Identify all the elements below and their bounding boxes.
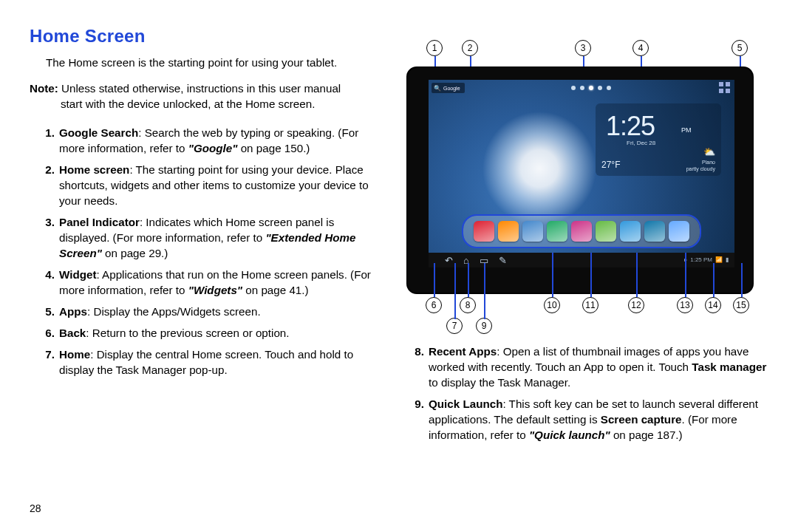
callout-lead	[741, 263, 743, 297]
dock-app-icon	[596, 221, 616, 242]
app-dock	[463, 216, 700, 247]
callout-lead	[434, 263, 435, 297]
callout-lead	[454, 263, 456, 319]
callout-14: 14	[705, 297, 721, 313]
page-number: 28	[30, 502, 41, 514]
callout-lead	[552, 253, 553, 297]
callout-13: 13	[677, 297, 693, 313]
callout-7: 7	[446, 318, 463, 334]
list-item: 7.Home: Display the central Home screen.…	[55, 347, 378, 378]
dock-app-icon	[669, 221, 689, 242]
list-item: 5.Apps: Display the Apps/Widgets screen.	[55, 304, 378, 320]
callout-3: 3	[575, 40, 591, 56]
apps-icon	[718, 81, 732, 95]
battery-icon: ▮	[726, 256, 729, 264]
list-item: 1.Google Search: Search the web by typin…	[55, 126, 378, 157]
callout-9: 9	[476, 318, 492, 334]
note-label: Note:	[30, 82, 58, 95]
dock-app-icon	[522, 221, 543, 242]
callout-10: 10	[544, 297, 560, 313]
callout-2: 2	[462, 40, 478, 56]
intro-text: The Home screen is the starting point fo…	[30, 55, 378, 71]
callout-6: 6	[426, 297, 442, 313]
definition-list-left: 1.Google Search: Search the web by typin…	[30, 126, 378, 378]
dock-app-icon	[620, 221, 641, 242]
list-item: 9.Quick Launch: This soft key can be set…	[424, 397, 768, 443]
callout-lead	[468, 263, 469, 297]
tablet-body: 🔍 Google 1:25 PM Fri, Dec 28 27°F	[406, 66, 754, 294]
list-item: 6.Back: Return to the previous screen or…	[55, 326, 378, 341]
callout-15: 15	[733, 297, 749, 313]
wallpaper-dandelion	[480, 109, 598, 228]
list-item: 3.Panel Indicator: Indicates which Home …	[55, 215, 378, 262]
callout-lead	[484, 263, 485, 319]
list-item: 8.Recent Apps: Open a list of thumbnail …	[424, 344, 768, 391]
tablet-screen: 🔍 Google 1:25 PM Fri, Dec 28 27°F	[429, 80, 734, 267]
list-item: 4.Widget: Applications that run on the H…	[55, 267, 378, 299]
callout-1: 1	[426, 40, 443, 56]
section-heading: Home Screen	[30, 24, 378, 48]
callout-4: 4	[632, 40, 649, 56]
capture-icon: ✎	[499, 256, 507, 265]
definition-list-right: 8.Recent Apps: Open a list of thumbnail …	[399, 344, 768, 443]
wifi-icon: 📶	[715, 256, 723, 264]
callout-12: 12	[628, 297, 644, 313]
dock-app-icon	[474, 221, 494, 242]
back-icon: ↶	[445, 256, 453, 265]
callout-lead	[685, 253, 686, 297]
clock-weather-widget: 1:25 PM Fri, Dec 28 27°F ⛅ Plano partly …	[596, 103, 721, 176]
panel-indicator	[571, 86, 611, 90]
google-search-widget: 🔍 Google	[432, 83, 465, 93]
dock-app-icon	[547, 221, 567, 242]
list-item: 2.Home screen: The starting point for us…	[55, 163, 378, 209]
callout-11: 11	[582, 297, 598, 313]
callout-8: 8	[460, 297, 476, 313]
right-column: 1 2 3 4 5 🔍 Google	[399, 24, 768, 449]
callout-lead	[590, 253, 592, 297]
screen-topbar: 🔍 Google	[429, 80, 734, 96]
left-column: Home Screen The Home screen is the start…	[30, 24, 378, 449]
tablet-figure: 1 2 3 4 5 🔍 Google	[399, 24, 768, 334]
dock-app-icon	[498, 221, 519, 242]
callout-5: 5	[732, 40, 748, 56]
note-paragraph: Note: Unless stated otherwise, instructi…	[30, 81, 378, 112]
dock-app-icon	[644, 221, 665, 242]
system-bar: ↶ ⌂ ▭ ✎ ▸ 1:25 PM 📶 ▮	[429, 253, 734, 267]
dock-app-icon	[571, 221, 592, 242]
search-icon: 🔍	[434, 84, 441, 92]
callout-lead	[636, 253, 638, 297]
callout-lead	[713, 263, 715, 297]
